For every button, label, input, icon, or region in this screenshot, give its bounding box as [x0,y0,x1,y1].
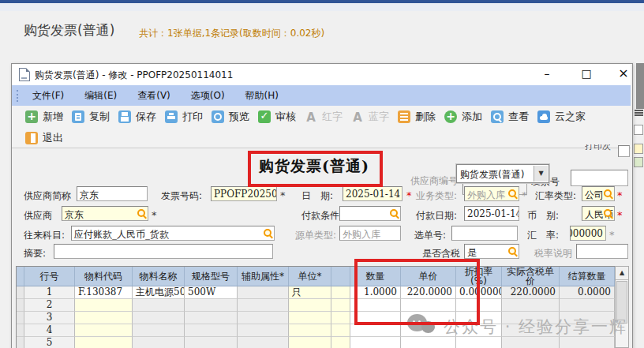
table-cell[interactable] [350,299,401,312]
menu-file[interactable]: 文件(F) [28,89,69,103]
table-cell[interactable]: 只 [289,286,331,299]
view-button[interactable]: 查看 [491,110,529,124]
add-button[interactable]: 添加 [444,110,482,124]
menu-edit[interactable]: 编辑(E) [80,89,122,103]
copy-button[interactable]: 复制 [72,110,110,124]
table-cell[interactable] [331,312,350,324]
table-cell[interactable] [401,299,456,312]
invoice-no-field[interactable]: PPOFP20250114011 [211,186,277,201]
save-button[interactable]: 保存 [118,110,156,124]
table-cell[interactable] [502,324,560,337]
rate-type-field[interactable]: 公司 [582,186,615,201]
table-cell[interactable] [289,299,331,312]
table-cell[interactable] [289,337,331,348]
table-cell[interactable] [456,299,502,312]
table-cell[interactable]: 3 [24,312,75,324]
lookup-magnifier-icon[interactable] [507,246,518,256]
scrollbar-thumb[interactable] [616,281,627,324]
table-cell[interactable] [238,286,289,299]
table-cell[interactable] [133,312,185,324]
table-cell[interactable] [560,312,615,324]
table-cell[interactable] [133,299,185,312]
table-cell[interactable] [75,337,133,348]
table-cell[interactable] [17,312,24,324]
table-cell[interactable] [331,324,350,337]
table-cell[interactable] [456,312,502,324]
table-cell[interactable] [502,299,560,312]
biz-type-field[interactable]: 外购入库 [464,186,519,201]
table-cell[interactable] [289,324,331,337]
account-field[interactable]: 应付账款_人民币_货款 [71,226,275,241]
table-cell[interactable] [560,324,615,337]
invoice-type-combobox[interactable]: 购货发票(普通) ▼ [456,164,549,183]
pay-date-field[interactable]: 2025-01-14 [464,206,519,221]
table-cell[interactable]: 主机电源500W [133,286,185,299]
table-cell[interactable]: 1.0000 [350,286,401,299]
table-cell[interactable]: 500W [185,286,238,299]
table-cell[interactable]: 220.0000 [401,286,456,299]
select-no-field[interactable] [451,226,518,241]
table-cell[interactable]: 2 [24,299,75,312]
table-cell[interactable] [560,299,615,312]
table-cell[interactable]: 1 [24,286,75,299]
table-cell[interactable] [331,299,350,312]
table-cell[interactable] [17,299,24,312]
lookup-magnifier-icon[interactable] [137,208,147,219]
table-cell[interactable]: 0.000000 [456,286,502,299]
column-header[interactable] [17,267,24,286]
table-cell[interactable] [185,337,238,348]
preview-button[interactable]: 预览 [212,110,249,124]
table-cell[interactable] [75,312,133,324]
table-cell[interactable] [17,337,24,348]
column-header[interactable]: 规格型号 [185,267,238,286]
date-field[interactable]: 2025-01-14 [343,186,402,201]
column-header[interactable]: 单位* [289,267,331,286]
lookup-magnifier-icon[interactable] [389,208,399,219]
table-cell[interactable] [401,337,456,348]
red-letter-button[interactable]: 红字 [305,110,343,124]
pay-terms-field[interactable] [339,206,401,221]
table-cell[interactable] [133,337,185,348]
table-cell[interactable] [289,312,331,324]
table-cell[interactable] [185,312,238,324]
column-header[interactable]: 实际含税单价 [502,267,560,286]
close-button[interactable]: × [616,66,631,80]
table-cell[interactable] [238,299,289,312]
table-cell[interactable]: 4 [24,324,75,337]
table-cell[interactable] [401,324,456,337]
menu-options[interactable]: 选项(O) [186,89,230,103]
table-cell[interactable] [456,337,502,348]
cloud-home-button[interactable]: 云之家 [537,110,586,124]
print-button[interactable]: 打印 [165,110,203,124]
column-header[interactable]: 物料代码 [75,267,133,286]
table-cell[interactable] [350,324,401,337]
lookup-magnifier-icon[interactable] [507,189,518,199]
table-cell[interactable] [17,324,24,337]
chevron-down-icon[interactable]: ▼ [534,166,548,181]
invoice-no-top-field[interactable] [571,170,628,186]
table-cell[interactable] [401,312,456,324]
column-header[interactable]: 折扣率(%) [456,267,502,286]
table-cell[interactable] [502,312,560,324]
supplier-field[interactable]: 京东 [62,206,148,221]
table-cell[interactable] [133,324,185,337]
column-header[interactable]: 数量 [350,267,401,286]
table-cell[interactable] [17,286,24,299]
new-button[interactable]: 新增 [25,110,63,124]
currency-field[interactable]: 人民币 [582,206,615,221]
column-header[interactable]: 结算数量 [560,267,615,286]
table-cell[interactable] [238,324,289,337]
table-cell[interactable] [456,324,502,337]
column-header[interactable]: 物料名称 [133,267,185,286]
scroll-up-icon[interactable]: ▲ [616,267,628,280]
exit-button[interactable]: 退出 [25,131,63,145]
table-cell[interactable] [331,286,350,299]
table-cell[interactable] [350,312,401,324]
supplier-short-field[interactable]: 京东 [77,186,148,201]
ex-rate-field[interactable]: 1.000000 [570,226,606,241]
lookup-magnifier-icon[interactable] [263,228,273,238]
table-cell[interactable] [560,337,615,348]
column-header[interactable]: 行号 [24,267,75,286]
table-cell[interactable]: 5 [24,337,75,348]
table-cell[interactable] [238,337,289,348]
